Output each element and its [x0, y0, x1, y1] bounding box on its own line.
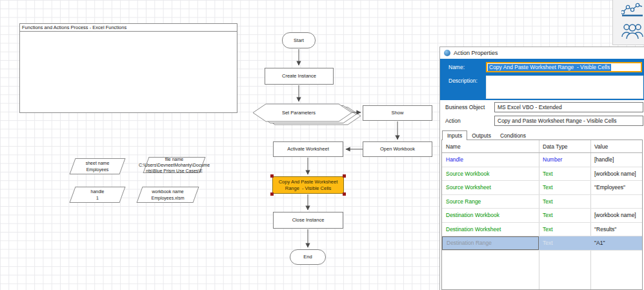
- param-value[interactable]: [workbook name]: [590, 171, 642, 177]
- node-start[interactable]: Start: [282, 32, 316, 48]
- node-set-parameters[interactable]: Set Parameters: [259, 105, 338, 120]
- param-value[interactable]: "Employees": [590, 184, 642, 191]
- table-row[interactable]: Destination Workbook Text [workbook name…: [442, 209, 642, 223]
- process-note-box[interactable]: Functions and Actions Process - Excel Fu…: [19, 23, 237, 113]
- param-name: Destination Range: [442, 236, 539, 250]
- selection-handle[interactable]: [343, 174, 346, 178]
- node-open-workbook[interactable]: Open Workbook: [363, 141, 432, 157]
- header-value: Value: [590, 143, 642, 150]
- people-group-icon[interactable]: [621, 21, 643, 39]
- description-label: Description:: [448, 78, 478, 84]
- header-name: Name: [442, 143, 539, 150]
- data-item-value: 1: [96, 195, 99, 201]
- dialog-titlebar[interactable]: Action Properties: [440, 47, 644, 59]
- tab-outputs[interactable]: Outputs: [467, 131, 496, 140]
- node-create-instance[interactable]: Create Instance: [265, 68, 334, 85]
- business-object-select[interactable]: MS Excel VBO - Extended: [494, 102, 643, 112]
- tab-inputs[interactable]: Inputs: [442, 130, 467, 140]
- node-show[interactable]: Show: [363, 105, 432, 121]
- name-input[interactable]: Copy And Paste Worksheet Range - Visible…: [486, 62, 642, 72]
- business-object-label: Business Object: [445, 104, 485, 110]
- selection-handle[interactable]: [270, 192, 274, 196]
- name-input-selected-text: Copy And Paste Worksheet Range - Visible…: [488, 64, 611, 71]
- param-value[interactable]: [handle]: [590, 156, 642, 163]
- param-name: Source Worksheet: [442, 184, 539, 191]
- name-label: Name:: [448, 64, 465, 70]
- node-copy-paste-label: Copy And Paste Worksheet Range - Visible…: [273, 179, 343, 191]
- param-name: Destination Worksheet: [442, 226, 539, 233]
- toolbar-panel: [612, 0, 644, 45]
- param-type: Text: [539, 240, 590, 246]
- table-header: Name Data Type Value: [442, 140, 642, 153]
- table-row-selected[interactable]: Destination Range Text "A1": [442, 236, 642, 251]
- action-properties-dialog: Action Properties Name: Copy And Paste W…: [439, 47, 644, 290]
- node-copy-paste-worksheet-range[interactable]: Copy And Paste Worksheet Range - Visible…: [272, 176, 344, 194]
- table-row[interactable]: Source Worksheet Text "Employees": [442, 181, 642, 195]
- param-value[interactable]: "A1": [590, 240, 642, 246]
- param-value[interactable]: [workbook name]: [590, 212, 642, 218]
- action-select[interactable]: Copy and Paste Worksheet Range - Visible…: [494, 116, 643, 126]
- trend-icon[interactable]: [621, 3, 643, 18]
- process-note-title: Functions and Actions Process - Excel Fu…: [20, 24, 237, 32]
- tab-conditions[interactable]: Conditions: [496, 131, 530, 140]
- table-row[interactable]: Destination Worksheet Text "Results": [442, 223, 642, 237]
- data-item-value: Employees.xlsm: [152, 195, 185, 201]
- param-type: Text: [539, 198, 590, 205]
- table-row[interactable]: Source Range Text: [442, 195, 642, 209]
- param-name: Source Range: [442, 198, 539, 205]
- param-name: Source Workbook: [442, 171, 539, 177]
- data-item-value: C:\Users\DevneetMohanty\Documents\Blue P…: [138, 162, 210, 174]
- action-label: Action: [445, 118, 461, 124]
- dialog-header-panel: Name: Copy And Paste Worksheet Range - V…: [440, 59, 644, 100]
- table-row[interactable]: Handle Number [handle]: [442, 153, 642, 167]
- description-input[interactable]: [486, 76, 643, 99]
- data-item-handle[interactable]: handle 1: [72, 187, 123, 203]
- table-row[interactable]: Source Workbook Text [workbook name]: [442, 167, 642, 181]
- param-value[interactable]: "Results": [590, 226, 642, 233]
- data-item-file-name[interactable]: file name C:\Users\DevneetMohanty\Docume…: [146, 157, 203, 173]
- data-item-name: workbook name: [152, 189, 183, 194]
- node-end[interactable]: End: [290, 249, 326, 265]
- parameter-tabs: Inputs Outputs Conditions: [440, 129, 644, 140]
- inputs-table: Name Data Type Value Handle Number [hand…: [441, 140, 643, 290]
- data-item-value: Employees: [86, 167, 109, 172]
- dialog-form: Business Object MS Excel VBO - Extended …: [440, 100, 644, 129]
- data-item-workbook-name[interactable]: workbook name Employees.xlsm: [139, 187, 196, 203]
- header-data-type: Data Type: [539, 143, 590, 150]
- blueprism-sphere-icon: [444, 50, 450, 56]
- data-item-name: file name: [165, 156, 183, 162]
- data-item-sheet-name[interactable]: sheet name Employees: [72, 158, 123, 174]
- param-type: Text: [539, 212, 590, 218]
- param-type: Text: [539, 184, 590, 191]
- selection-handle[interactable]: [343, 192, 346, 196]
- param-type: Text: [539, 171, 590, 177]
- param-type: Text: [539, 226, 590, 233]
- param-name: Handle: [442, 156, 539, 163]
- dialog-title: Action Properties: [454, 50, 498, 56]
- param-name: Destination Workbook: [442, 212, 539, 218]
- data-item-name: sheet name: [86, 160, 110, 166]
- param-type: Number: [539, 156, 590, 163]
- selection-handle[interactable]: [270, 174, 274, 178]
- node-close-instance[interactable]: Close Instance: [273, 212, 343, 229]
- data-item-name: handle: [90, 189, 104, 194]
- node-activate-worksheet[interactable]: Activate Worksheet: [273, 141, 343, 157]
